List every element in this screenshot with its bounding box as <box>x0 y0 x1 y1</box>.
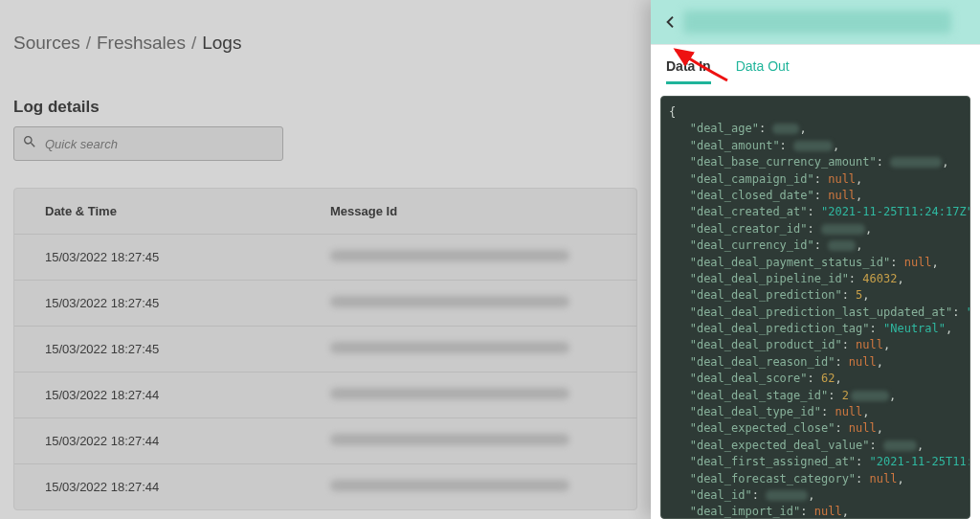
back-button[interactable] <box>658 10 683 34</box>
panel-tabs: Data In Data Out <box>651 45 980 84</box>
breadcrumb-item[interactable]: Freshsales <box>97 33 186 54</box>
detail-panel: Data In Data Out { "deal_age": , "deal_a… <box>651 0 980 519</box>
breadcrumb-current: Logs <box>202 33 241 54</box>
cell-msg <box>330 342 636 356</box>
section-title: Log details <box>13 98 637 117</box>
search-icon <box>22 134 43 153</box>
cell-date: 15/03/2022 18:27:44 <box>14 434 330 448</box>
table-row[interactable]: 15/03/2022 18:27:45 <box>14 235 636 281</box>
table-row[interactable]: 15/03/2022 18:27:44 <box>14 372 636 418</box>
search-input[interactable] <box>43 136 275 152</box>
panel-header <box>651 0 980 45</box>
column-msg: Message Id <box>330 204 636 218</box>
json-viewer[interactable]: { "deal_age": , "deal_amount": , "deal_b… <box>660 96 970 519</box>
table-row[interactable]: 15/03/2022 18:27:44 <box>14 418 636 464</box>
cell-msg <box>330 480 636 494</box>
logs-table: Date & Time Message Id 15/03/2022 18:27:… <box>13 188 637 510</box>
cell-msg <box>330 388 636 402</box>
breadcrumb: Sources / Freshsales / Logs <box>13 33 637 54</box>
column-date: Date & Time <box>14 204 330 218</box>
cell-date: 15/03/2022 18:27:44 <box>14 388 330 402</box>
breadcrumb-item[interactable]: Sources <box>13 33 80 54</box>
cell-date: 15/03/2022 18:27:45 <box>14 250 330 264</box>
cell-date: 15/03/2022 18:27:44 <box>14 480 330 494</box>
table-row[interactable]: 15/03/2022 18:27:45 <box>14 281 636 327</box>
breadcrumb-separator: / <box>86 33 91 54</box>
tab-data-out[interactable]: Data Out <box>736 58 790 84</box>
search-box[interactable] <box>13 126 283 161</box>
breadcrumb-separator: / <box>191 33 196 54</box>
cell-date: 15/03/2022 18:27:45 <box>14 342 330 356</box>
tab-data-in[interactable]: Data In <box>666 58 711 84</box>
cell-msg <box>330 434 636 448</box>
table-header: Date & Time Message Id <box>14 189 636 235</box>
table-row[interactable]: 15/03/2022 18:27:44 <box>14 464 636 509</box>
cell-msg <box>330 296 636 310</box>
cell-msg <box>330 250 636 264</box>
cell-date: 15/03/2022 18:27:45 <box>14 296 330 310</box>
panel-title <box>683 11 951 34</box>
table-row[interactable]: 15/03/2022 18:27:45 <box>14 327 636 372</box>
